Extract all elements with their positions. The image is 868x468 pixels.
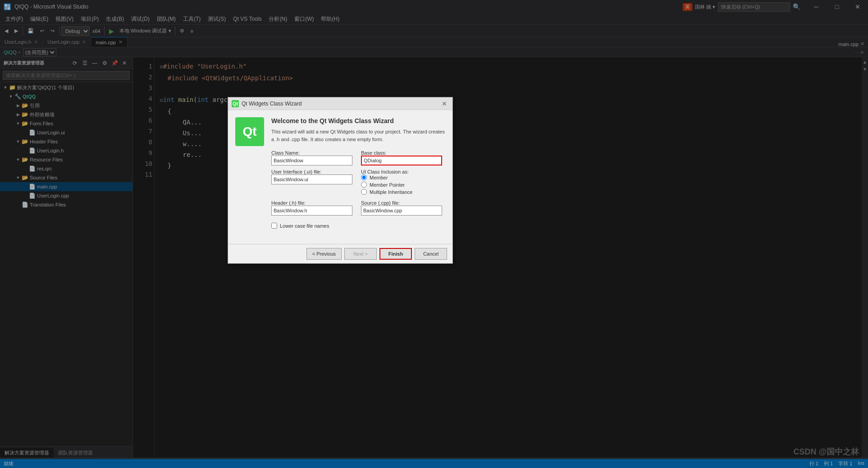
wizard-welcome-title: Welcome to the Qt Widgets Class Wizard <box>271 117 445 124</box>
next-button[interactable]: Next > <box>344 248 377 260</box>
inclusion-radio-group: Member Member Pointer Multiple Inheritan… <box>361 174 445 195</box>
dialog-form: Welcome to the Qt Widgets Class Wizard T… <box>271 117 445 237</box>
dialog-footer: < Previous Next > Finish Cancel <box>228 244 452 263</box>
radio-multiple-inheritance[interactable]: Multiple Inheritance <box>361 189 445 195</box>
header-file-group: Header (.h) file: <box>271 200 356 216</box>
dialog-qt-icon: Qt <box>232 100 239 107</box>
radio-member-label: Member <box>370 175 388 180</box>
radio-pointer-label: Member Pointer <box>370 182 405 188</box>
radio-member-pointer[interactable]: Member Pointer <box>361 182 445 188</box>
base-class-input[interactable] <box>361 156 442 165</box>
header-input[interactable] <box>271 206 352 216</box>
cancel-button[interactable]: Cancel <box>415 248 447 260</box>
wizard-description: This wizard will add a new Qt Widgets cl… <box>271 128 445 143</box>
class-name-input[interactable] <box>271 156 352 165</box>
class-name-label: Class Name: <box>271 150 334 156</box>
ui-file-input[interactable] <box>271 174 352 184</box>
source-file-group: Source (.cpp) file: <box>361 200 445 216</box>
ui-inclusion-group: UI Class Inclusion as: Member Member Poi… <box>361 169 445 195</box>
dialog-body: Qt Welcome to the Qt Widgets Class Wizar… <box>228 110 452 244</box>
base-class-group: Base class: <box>361 150 445 165</box>
files-row: Header (.h) file: Source (.cpp) file: <box>271 200 445 216</box>
source-file-label: Source (.cpp) file: <box>361 200 424 206</box>
dialog-titlebar: Qt Qt Widgets Class Wizard ✕ <box>228 97 452 110</box>
source-input[interactable] <box>361 206 442 216</box>
header-label: Header (.h) file: <box>271 200 334 206</box>
base-class-label: Base class: <box>361 150 424 156</box>
radio-multi-label: Multiple Inheritance <box>370 189 412 195</box>
radio-member[interactable]: Member <box>361 174 445 180</box>
dialog-title-text: Qt Widgets Class Wizard <box>242 101 302 107</box>
ui-file-label: User Interface (.ui) file: <box>271 169 334 174</box>
lowercase-checkbox[interactable] <box>271 223 277 229</box>
class-name-group: Class Name: <box>271 150 356 165</box>
lowercase-label: Lower case file names <box>280 223 329 229</box>
qt-logo: Qt <box>235 117 264 146</box>
qt-wizard-dialog: Qt Qt Widgets Class Wizard ✕ Qt Welcome … <box>228 97 453 264</box>
lowercase-checkbox-row[interactable]: Lower case file names <box>271 223 445 229</box>
ui-inclusion-label: UI Class Inclusion as: <box>361 169 424 174</box>
previous-button[interactable]: < Previous <box>306 248 342 260</box>
ui-row: User Interface (.ui) file: UI Class Incl… <box>271 169 445 195</box>
modal-overlay: Qt Qt Widgets Class Wizard ✕ Qt Welcome … <box>0 0 868 468</box>
class-name-row: Class Name: Base class: <box>271 150 445 165</box>
finish-button[interactable]: Finish <box>379 248 412 260</box>
dialog-close-button[interactable]: ✕ <box>440 99 449 108</box>
ui-file-group: User Interface (.ui) file: <box>271 169 356 184</box>
